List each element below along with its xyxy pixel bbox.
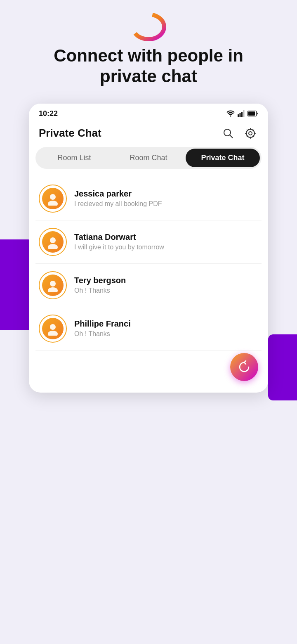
svg-point-7	[224, 129, 231, 136]
avatar-tatiana	[39, 228, 67, 256]
settings-icon	[245, 128, 256, 139]
svg-point-13	[50, 237, 56, 243]
search-button[interactable]	[220, 125, 236, 141]
chat-info-tery: Tery bergson Oh ! Thanks	[74, 276, 258, 294]
tab-bar: Room List Room Chat Private Chat	[35, 147, 262, 169]
svg-point-11	[50, 194, 56, 200]
battery-icon	[248, 111, 258, 116]
chat-name: Tatiana Dorwart	[74, 232, 258, 242]
svg-point-16	[48, 287, 58, 292]
chat-list: Jessica parker I recieved my all booking…	[29, 177, 268, 350]
avatar-inner	[42, 188, 64, 209]
search-icon	[222, 128, 234, 139]
chat-preview: Oh ! Thanks	[74, 287, 258, 294]
avatar-jessica	[39, 185, 67, 213]
avatar-inner	[42, 275, 64, 296]
chat-name: Tery bergson	[74, 276, 258, 285]
svg-rect-2	[240, 113, 241, 117]
settings-button[interactable]	[243, 125, 258, 141]
chat-name: Phillipe Franci	[74, 319, 258, 329]
svg-rect-3	[241, 112, 243, 117]
avatar-tery	[39, 271, 67, 299]
signal-icon	[238, 110, 245, 117]
svg-point-18	[48, 331, 58, 336]
chat-preview: I will give it to you by tomorrow	[74, 244, 258, 251]
chat-info-jessica: Jessica parker I recieved my all booking…	[74, 189, 258, 208]
avatar-inner	[42, 231, 64, 253]
svg-point-10	[246, 129, 255, 137]
chat-preview: Oh ! Thanks	[74, 330, 258, 338]
page-headline: Connect with people in private chat	[0, 45, 297, 87]
top-section: Connect with people in private chat	[0, 0, 297, 104]
tab-room-chat[interactable]: Room Chat	[111, 149, 186, 167]
svg-rect-6	[248, 111, 255, 116]
chat-item-phillipe[interactable]: Phillipe Franci Oh ! Thanks	[35, 307, 262, 350]
svg-point-12	[48, 201, 58, 206]
header-icons	[220, 125, 258, 141]
svg-point-15	[50, 281, 56, 286]
chat-item-tery[interactable]: Tery bergson Oh ! Thanks	[35, 264, 262, 307]
status-icons	[226, 110, 258, 117]
app-title: Private Chat	[39, 127, 101, 140]
chat-preview: I recieved my all booking PDF	[74, 200, 258, 208]
svg-point-17	[50, 324, 56, 330]
wifi-icon	[226, 110, 235, 117]
chat-name: Jessica parker	[74, 189, 258, 199]
logo-ring	[128, 12, 169, 37]
phone-content: 10:22	[29, 104, 268, 393]
svg-line-8	[230, 135, 233, 138]
chat-item-tatiana[interactable]: Tatiana Dorwart I will give it to you by…	[35, 220, 262, 264]
svg-point-9	[249, 132, 252, 135]
fab-video-button[interactable]	[230, 353, 258, 381]
svg-rect-4	[243, 110, 245, 117]
avatar-phillipe	[39, 315, 67, 343]
chat-info-phillipe: Phillipe Franci Oh ! Thanks	[74, 319, 258, 338]
svg-point-0	[133, 14, 164, 39]
chat-item-jessica[interactable]: Jessica parker I recieved my all booking…	[35, 177, 262, 220]
avatar-inner	[42, 318, 64, 339]
status-bar: 10:22	[29, 104, 268, 121]
status-time: 10:22	[39, 109, 58, 118]
chat-info-tatiana: Tatiana Dorwart I will give it to you by…	[74, 232, 258, 251]
tab-room-list[interactable]: Room List	[37, 149, 111, 167]
phone-mockup: 10:22	[29, 104, 268, 393]
video-icon	[237, 360, 251, 374]
app-header: Private Chat	[29, 121, 268, 147]
tab-private-chat[interactable]: Private Chat	[186, 149, 260, 167]
svg-rect-1	[238, 114, 239, 117]
svg-point-14	[48, 244, 58, 249]
